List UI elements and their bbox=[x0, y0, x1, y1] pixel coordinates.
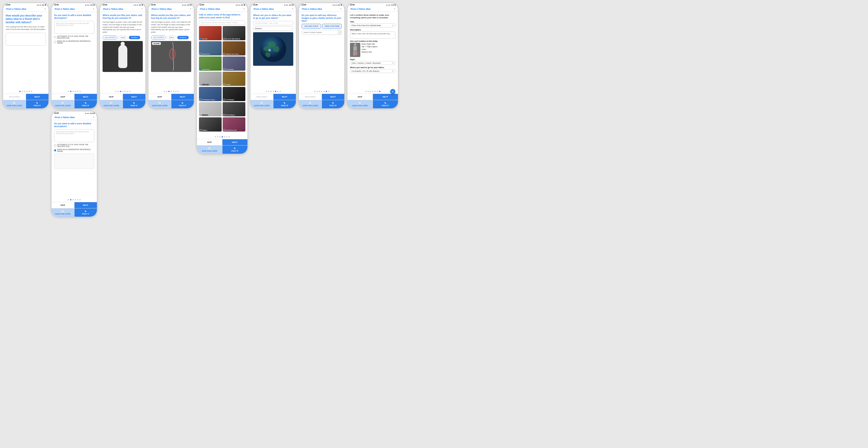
close-button-6[interactable]: × bbox=[340, 7, 342, 10]
close-button-5[interactable]: × bbox=[292, 7, 293, 10]
tag-japanese[interactable]: JAPANESE TRAD... bbox=[199, 87, 222, 101]
tag-bw-checkbox[interactable] bbox=[223, 38, 225, 40]
close-button-2[interactable]: × bbox=[93, 7, 94, 10]
title-input-1[interactable] bbox=[6, 33, 46, 46]
checkbox-automate-2[interactable] bbox=[54, 36, 56, 38]
upload-file-button-6[interactable]: UPLOAD A FILE bbox=[302, 24, 321, 29]
post-button-4[interactable]: ✎ POST IT bbox=[222, 146, 248, 154]
next-button-2[interactable]: NEXT bbox=[74, 94, 97, 100]
save-button-3b[interactable]: ⬜ SAVE FOR LATER bbox=[149, 100, 172, 108]
skip-button-3[interactable]: SKIP bbox=[100, 94, 123, 100]
skip-button-2[interactable]: SKIP bbox=[52, 94, 74, 100]
checkbox-automate-2b[interactable] bbox=[54, 144, 56, 147]
close-button-3b[interactable]: × bbox=[190, 7, 191, 10]
post-button-3b[interactable]: ✎ POST IT bbox=[172, 100, 194, 108]
female-tab-3b[interactable]: FEMALE bbox=[177, 36, 189, 39]
tag-watercolor[interactable]: WATERCOLOR bbox=[223, 117, 245, 131]
tag-tribal[interactable]: TRIBAL bbox=[199, 117, 222, 131]
male-tab-3[interactable]: MALE bbox=[118, 36, 128, 39]
next-button-5[interactable]: NEXT bbox=[274, 94, 296, 100]
desc-value-7[interactable]: When I was a kid, No-Face was my favorit… bbox=[350, 31, 395, 39]
save-button-2[interactable]: ⬜ SAVE FOR LATER bbox=[52, 100, 74, 108]
back-button-3b[interactable]: ‹ Post a Tattoo Idea bbox=[151, 8, 172, 10]
back-button-6[interactable]: ‹ Post a Tattoo Idea bbox=[302, 8, 322, 10]
clear-button-3b[interactable]: CLEAR bbox=[152, 42, 161, 45]
tag-color-checkbox[interactable] bbox=[199, 38, 201, 40]
title-select-7[interactable]: Plush of No-Face from Spirited Away ▼ bbox=[350, 24, 395, 27]
back-button-3[interactable]: ‹ Post a Tattoo Idea bbox=[102, 8, 123, 10]
post-button-7[interactable]: ✎ POST IT bbox=[373, 100, 398, 108]
next-button-1[interactable]: NEXT bbox=[26, 94, 49, 100]
tag-lettering-checkbox[interactable] bbox=[223, 99, 225, 100]
distance-select-5[interactable]: Distance › bbox=[253, 26, 293, 31]
tag-search-4[interactable]: Input a word or phrase then press "Enter… bbox=[199, 20, 245, 25]
skip-button-2b[interactable]: SKIP bbox=[52, 202, 74, 208]
tag-abstract-checkbox[interactable] bbox=[199, 53, 201, 55]
use-words-tab-3[interactable]: USE WORDS bbox=[102, 36, 117, 39]
body-model-3[interactable] bbox=[102, 41, 143, 72]
post-button-1[interactable]: ✎ POST IT bbox=[26, 100, 49, 108]
back-button-1[interactable]: ‹ Post a Tattoo Idea bbox=[6, 8, 26, 10]
female-tab-3[interactable]: FEMALE bbox=[129, 36, 140, 39]
tag-japanese-checkbox[interactable] bbox=[199, 99, 201, 100]
back-button-2[interactable]: ‹ Post a Tattoo Idea bbox=[54, 8, 75, 10]
location-select-7[interactable]: Los Angeles, CA • 25 mile distance ▼ bbox=[350, 69, 395, 73]
tag-fineline-checkbox[interactable] bbox=[199, 84, 201, 85]
tag-abstract[interactable]: ABSTRACT bbox=[199, 41, 222, 55]
tag-american-checkbox[interactable] bbox=[223, 53, 225, 55]
back-button-7[interactable]: ‹ Post a Tattoo Idea bbox=[350, 8, 371, 10]
next-button-4[interactable]: NEXT bbox=[222, 139, 248, 145]
back-button-2b[interactable]: ‹ Post a Tattoo Idea bbox=[54, 116, 75, 119]
post-button-5[interactable]: ✎ POST IT bbox=[274, 100, 296, 108]
close-button-7[interactable]: × bbox=[394, 7, 395, 10]
save-button-6[interactable]: ⬜ SAVE FOR LATER bbox=[299, 100, 322, 108]
tag-tribal-checkbox[interactable] bbox=[199, 129, 201, 131]
tag-bw[interactable]: BLACK AND WHITE bbox=[223, 26, 245, 40]
required-button-1[interactable]: REQUIRED bbox=[3, 94, 26, 100]
close-button-2b[interactable]: × bbox=[93, 116, 94, 119]
required-button-5[interactable]: REQUIRED bbox=[250, 94, 274, 100]
body-model-3b[interactable]: CLEAR bbox=[151, 41, 191, 72]
next-button-3[interactable]: NEXT bbox=[123, 94, 146, 100]
tag-dotwork-checkbox[interactable] bbox=[223, 68, 225, 70]
back-button-4[interactable]: ‹ Post a Tattoo Idea bbox=[199, 8, 220, 10]
male-tab-3b[interactable]: MALE bbox=[167, 36, 176, 39]
next-button-2b[interactable]: NEXT bbox=[74, 202, 97, 208]
tag-funny[interactable]: FUNNY bbox=[223, 72, 245, 86]
use-words-tab-3b[interactable]: USE WORDS bbox=[151, 36, 166, 39]
save-button-5[interactable]: ⬜ SAVE FOR LATER bbox=[250, 100, 274, 108]
tag-watercolor-checkbox[interactable] bbox=[223, 129, 225, 131]
post-button-2b[interactable]: ✎ POST IT bbox=[74, 208, 97, 217]
tag-color[interactable]: COLOR bbox=[199, 26, 222, 40]
tag-dotwork[interactable]: DOTWORK bbox=[223, 57, 245, 71]
skip-button-7[interactable]: SKIP bbox=[347, 94, 373, 100]
skip-button-4[interactable]: SKIP bbox=[197, 139, 222, 145]
tag-american[interactable]: AMERICAN TRAD... bbox=[223, 41, 245, 55]
tag-minimal[interactable]: MINIMAL bbox=[199, 102, 222, 116]
take-picture-button-6[interactable]: TAKE A PICTURE bbox=[322, 24, 342, 29]
next-button-6[interactable]: NEXT bbox=[322, 94, 345, 100]
description-input-2b[interactable]: Add some extra detail and really describ… bbox=[54, 129, 94, 142]
tag-photoreal-checkbox[interactable] bbox=[223, 114, 225, 116]
post-button-6[interactable]: ✎ POST IT bbox=[322, 100, 345, 108]
required-button-6[interactable]: REQUIRED bbox=[299, 94, 322, 100]
style-select-7[interactable]: Color • Cartoon • Lineart • Illustrative… bbox=[350, 61, 395, 65]
save-button-4[interactable]: ⬜ SAVE FOR LATER bbox=[197, 146, 222, 154]
search-images-input-6[interactable] bbox=[302, 30, 338, 35]
description-input-2[interactable]: Add some extra detail and really describ… bbox=[54, 21, 94, 34]
next-button-7[interactable]: NEXT bbox=[373, 94, 398, 100]
post-button-3[interactable]: ✎ POST IT bbox=[123, 100, 146, 108]
tag-photoreal[interactable]: PHOTOREAL bbox=[223, 102, 245, 116]
close-button-4[interactable]: × bbox=[243, 7, 245, 10]
save-button-7[interactable]: ⬜ SAVE FOR LATER bbox=[347, 100, 373, 108]
tag-cartoon-checkbox[interactable] bbox=[199, 68, 201, 70]
floating-add-button-7[interactable]: + bbox=[390, 89, 395, 94]
tag-minimal-checkbox[interactable] bbox=[199, 114, 201, 116]
next-button-3b[interactable]: NEXT bbox=[172, 94, 194, 100]
tag-lettering[interactable]: LETTERING bbox=[223, 87, 245, 101]
close-button-3[interactable]: × bbox=[141, 7, 143, 10]
back-button-5[interactable]: ‹ Post a Tattoo Idea bbox=[253, 8, 274, 10]
post-button-2[interactable]: ✎ POST IT bbox=[74, 100, 97, 108]
save-button-1[interactable]: ⬜ SAVE FOR LATER bbox=[3, 100, 26, 108]
tag-fineline[interactable]: FINELINE bbox=[199, 72, 222, 86]
